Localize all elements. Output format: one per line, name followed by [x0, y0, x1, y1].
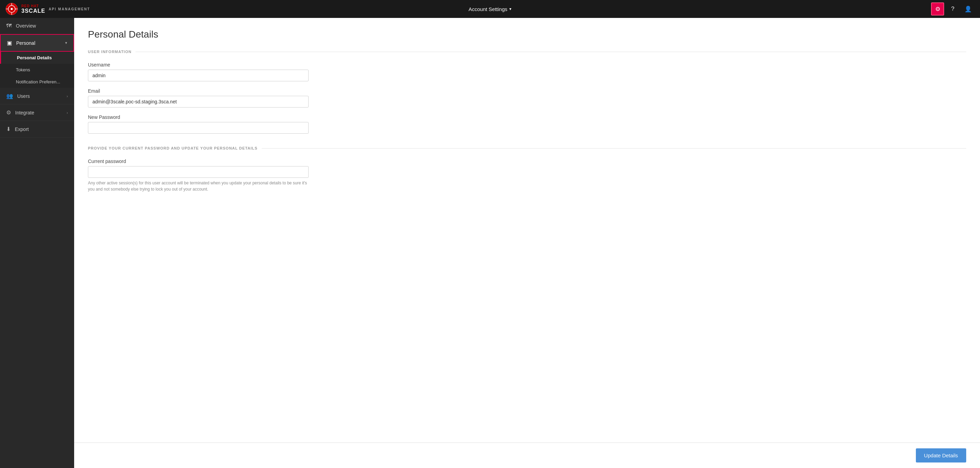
section1-label: USER INFORMATION [88, 50, 131, 54]
personal-icon: ▣ [7, 40, 12, 46]
new-password-label: New Password [88, 114, 309, 120]
brand-sub: API MANAGEMENT [49, 7, 90, 11]
brand-redhat: RED HAT [21, 4, 45, 8]
sidebar-sub-item-notifications[interactable]: Notification Preferen... [0, 76, 74, 88]
section2-divider: PROVIDE YOUR CURRENT PASSWORD AND UPDATE… [88, 146, 966, 150]
email-label: Email [88, 88, 309, 94]
personal-chevron-icon: ▾ [65, 41, 67, 45]
sidebar-sub-item-personal-details[interactable]: Personal Details [0, 52, 74, 64]
sidebar-item-integrate[interactable]: ⚙ Integrate › [0, 105, 74, 121]
username-group: Username [88, 62, 309, 81]
users-chevron-icon: › [67, 94, 68, 98]
notifications-label: Notification Preferen... [16, 79, 60, 84]
section2-label: PROVIDE YOUR CURRENT PASSWORD AND UPDATE… [88, 146, 258, 150]
section2-line [262, 148, 966, 149]
nav-right-actions: ⚙ ? 👤 [931, 2, 974, 16]
gear-button[interactable]: ⚙ [931, 2, 944, 16]
sidebar: 🗺 Overview ▣ Personal ▾ Personal Details… [0, 18, 74, 468]
brand-text: RED HAT 3SCALE [21, 4, 45, 14]
sidebar-item-overview[interactable]: 🗺 Overview [0, 18, 74, 34]
integrate-chevron-icon: › [67, 111, 68, 115]
username-input[interactable] [88, 70, 309, 81]
account-settings-menu[interactable]: Account Settings ▾ [469, 6, 512, 12]
page-title: Personal Details [88, 29, 966, 40]
users-icon: 👥 [6, 93, 13, 99]
sidebar-item-label-export: Export [15, 127, 29, 132]
section1-line [135, 52, 966, 52]
brand-3scale: 3SCALE [21, 8, 45, 14]
new-password-group: New Password [88, 114, 309, 134]
main-content: Personal Details USER INFORMATION Userna… [74, 18, 980, 468]
current-password-hint: Any other active session(s) for this use… [88, 180, 309, 192]
sidebar-item-label-overview: Overview [16, 23, 36, 29]
section1-divider: USER INFORMATION [88, 50, 966, 54]
svg-point-2 [11, 8, 13, 10]
current-password-group: Current password Any other active sessio… [88, 159, 309, 192]
current-password-input[interactable] [88, 166, 309, 178]
top-navigation: RED HAT 3SCALE API MANAGEMENT Account Se… [0, 0, 980, 18]
user-icon: 👤 [964, 6, 972, 13]
nav-center: Account Settings ▾ [469, 6, 512, 12]
help-button[interactable]: ? [946, 2, 959, 16]
update-details-button[interactable]: Update Details [916, 448, 966, 462]
section2: PROVIDE YOUR CURRENT PASSWORD AND UPDATE… [88, 146, 966, 192]
sidebar-item-label-integrate: Integrate [15, 110, 34, 116]
main-layout: 🗺 Overview ▣ Personal ▾ Personal Details… [0, 18, 980, 468]
personal-details-label: Personal Details [17, 55, 52, 60]
tokens-label: Tokens [16, 67, 30, 72]
account-settings-label: Account Settings [469, 6, 508, 12]
user-button[interactable]: 👤 [961, 2, 974, 16]
current-password-label: Current password [88, 159, 309, 164]
username-label: Username [88, 62, 309, 68]
integrate-icon: ⚙ [6, 109, 11, 116]
email-group: Email [88, 88, 309, 108]
account-settings-chevron-icon: ▾ [509, 6, 511, 11]
redhat-logo-icon [6, 3, 18, 15]
sidebar-sub-item-tokens[interactable]: Tokens [0, 64, 74, 76]
help-icon: ? [951, 6, 954, 13]
brand-logo: RED HAT 3SCALE API MANAGEMENT [6, 3, 90, 15]
sidebar-item-label-personal: Personal [16, 40, 35, 46]
new-password-input[interactable] [88, 122, 309, 134]
gear-icon: ⚙ [935, 6, 940, 13]
sidebar-item-users[interactable]: 👥 Users › [0, 88, 74, 105]
export-icon: ⬇ [6, 126, 11, 132]
overview-icon: 🗺 [6, 23, 12, 29]
email-input[interactable] [88, 96, 309, 108]
bottom-bar: Update Details [74, 443, 980, 468]
sidebar-item-export[interactable]: ⬇ Export [0, 121, 74, 138]
sidebar-item-label-users: Users [17, 94, 30, 99]
sidebar-item-personal[interactable]: ▣ Personal ▾ [0, 34, 74, 52]
